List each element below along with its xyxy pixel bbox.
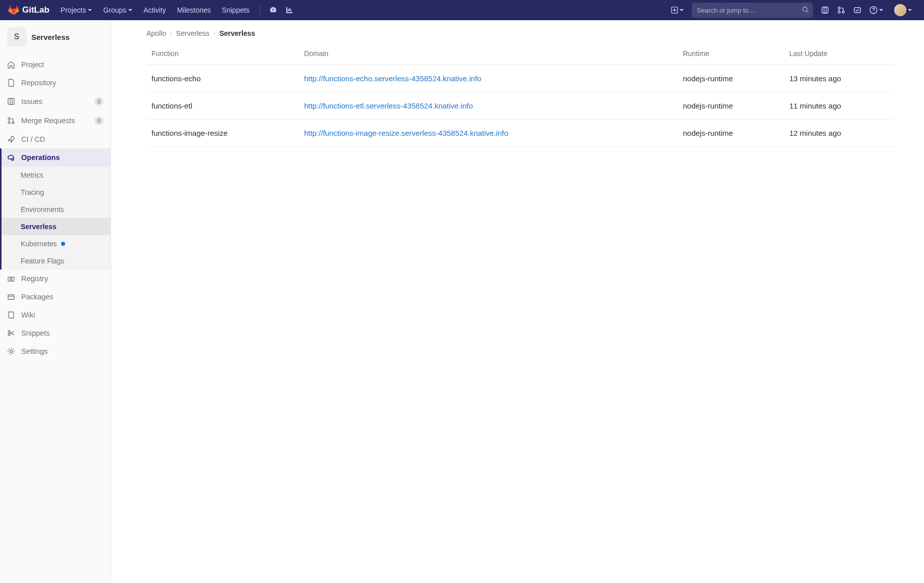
status-dot-icon (61, 242, 65, 246)
project-avatar: S (7, 27, 26, 46)
svg-point-16 (10, 278, 12, 280)
disk-icon (7, 275, 15, 283)
sidebar-item-wiki[interactable]: Wiki (0, 306, 111, 324)
nav-projects-label: Projects (61, 6, 86, 14)
table-row[interactable]: functions-image-resizehttp://functions-i… (146, 120, 894, 147)
mr-count-badge: 0 (94, 116, 104, 125)
sidebar-item-label: Issues (21, 97, 88, 105)
submenu-label: Kubernetes (21, 240, 57, 248)
submenu-label: Tracing (21, 188, 44, 196)
chevron-down-icon (908, 9, 912, 11)
nav-snippets[interactable]: Snippets (217, 2, 254, 18)
sidebar-item-project[interactable]: Project (0, 56, 111, 74)
svg-point-12 (8, 122, 10, 124)
svg-point-14 (12, 158, 14, 161)
todos-icon[interactable] (849, 3, 865, 17)
table-row[interactable]: functions-echohttp://functions-echo.serv… (146, 65, 894, 92)
domain-link[interactable]: http://functions-echo.serverless-4358524… (304, 74, 481, 83)
cell-function: functions-etl (146, 92, 299, 120)
submenu-kubernetes[interactable]: Kubernetes (2, 235, 111, 252)
operations-submenu: Metrics Tracing Environments Serverless … (0, 167, 111, 270)
nav-activity[interactable]: Activity (138, 2, 171, 18)
sidebar-item-repository[interactable]: Repository (0, 74, 111, 92)
cell-updated: 11 minutes ago (784, 92, 894, 120)
new-dropdown[interactable] (667, 4, 688, 17)
home-icon (7, 61, 15, 69)
cell-domain: http://functions-echo.serverless-4358524… (299, 65, 678, 92)
nav-groups[interactable]: Groups (98, 2, 137, 18)
nav-activity-label: Activity (143, 6, 166, 14)
svg-point-11 (8, 118, 10, 120)
nav-milestones[interactable]: Milestones (172, 2, 216, 18)
scissors-icon (7, 329, 15, 337)
sidebar-item-packages[interactable]: Packages (0, 288, 111, 306)
domain-link[interactable]: http://functions-etl.serverless-4358524.… (304, 101, 473, 110)
cloud-gear-icon (7, 153, 15, 162)
chevron-down-icon (128, 9, 132, 11)
cell-runtime: nodejs-runtime (678, 92, 784, 120)
nav-divider (260, 5, 260, 15)
chevron-right-icon: › (170, 30, 172, 36)
svg-point-19 (8, 334, 10, 336)
col-domain: Domain (299, 42, 678, 65)
gear-icon (7, 347, 15, 355)
svg-point-13 (12, 122, 14, 124)
gitlab-icon (8, 5, 19, 16)
col-function: Function (146, 42, 299, 65)
nav-milestones-label: Milestones (177, 6, 211, 14)
nav-snippets-label: Snippets (222, 6, 249, 14)
svg-rect-2 (822, 7, 828, 13)
chevron-right-icon: › (214, 30, 216, 36)
sidebar-item-label: Registry (21, 275, 104, 283)
sidebar-item-registry[interactable]: Registry (0, 270, 111, 288)
sidebar-item-issues[interactable]: Issues 0 (0, 92, 111, 111)
search-box (692, 3, 813, 18)
sidebar-item-label: Settings (21, 347, 104, 355)
breadcrumb: Apollo › Serverless › Serverless (146, 29, 894, 37)
sidebar-item-snippets[interactable]: Snippets (0, 324, 111, 342)
domain-link[interactable]: http://functions-image-resize.serverless… (304, 129, 508, 137)
breadcrumb-link[interactable]: Apollo (146, 29, 166, 37)
submenu-metrics[interactable]: Metrics (2, 167, 111, 184)
search-input[interactable] (692, 3, 813, 18)
user-menu[interactable] (887, 1, 916, 19)
cell-updated: 13 minutes ago (784, 65, 894, 92)
merge-requests-icon[interactable] (833, 3, 849, 17)
svg-point-6 (842, 11, 844, 13)
nav-projects[interactable]: Projects (56, 2, 97, 18)
chevron-down-icon (88, 9, 92, 11)
submenu-label: Serverless (21, 223, 57, 231)
breadcrumb-link[interactable]: Serverless (176, 29, 210, 37)
chevron-down-icon (680, 9, 684, 11)
sidebar-item-merge-requests[interactable]: Merge Requests 0 (0, 111, 111, 130)
help-dropdown[interactable] (865, 3, 887, 17)
submenu-environments[interactable]: Environments (2, 201, 111, 218)
sidebar-item-operations[interactable]: Operations (0, 148, 111, 167)
submenu-serverless[interactable]: Serverless (2, 218, 111, 235)
chart-icon[interactable] (281, 3, 297, 17)
submenu-label: Environments (21, 205, 64, 214)
functions-table: Function Domain Runtime Last Update func… (146, 42, 894, 147)
svg-rect-15 (8, 277, 14, 281)
nav-groups-label: Groups (103, 6, 126, 14)
sidebar-item-label: Wiki (21, 311, 104, 319)
issues-icon[interactable] (817, 3, 833, 17)
svg-rect-10 (8, 98, 14, 104)
sidebar-item-label: Packages (21, 293, 104, 301)
sidebar-item-label: Project (21, 61, 104, 69)
sidebar-item-settings[interactable]: Settings (0, 342, 111, 360)
dashboard-icon[interactable] (265, 3, 281, 17)
brand-text: GitLab (22, 5, 49, 15)
table-row[interactable]: functions-etlhttp://functions-etl.server… (146, 92, 894, 120)
cell-runtime: nodejs-runtime (678, 120, 784, 147)
project-header[interactable]: S Serverless (0, 20, 111, 56)
submenu-tracing[interactable]: Tracing (2, 184, 111, 201)
gitlab-logo[interactable]: GitLab (8, 5, 49, 16)
svg-point-1 (803, 7, 807, 12)
svg-point-9 (873, 12, 874, 13)
rocket-icon (7, 135, 15, 143)
search-icon[interactable] (802, 6, 809, 15)
issues-icon (7, 97, 15, 105)
submenu-feature-flags[interactable]: Feature Flags (2, 252, 111, 270)
sidebar-item-cicd[interactable]: CI / CD (0, 130, 111, 148)
